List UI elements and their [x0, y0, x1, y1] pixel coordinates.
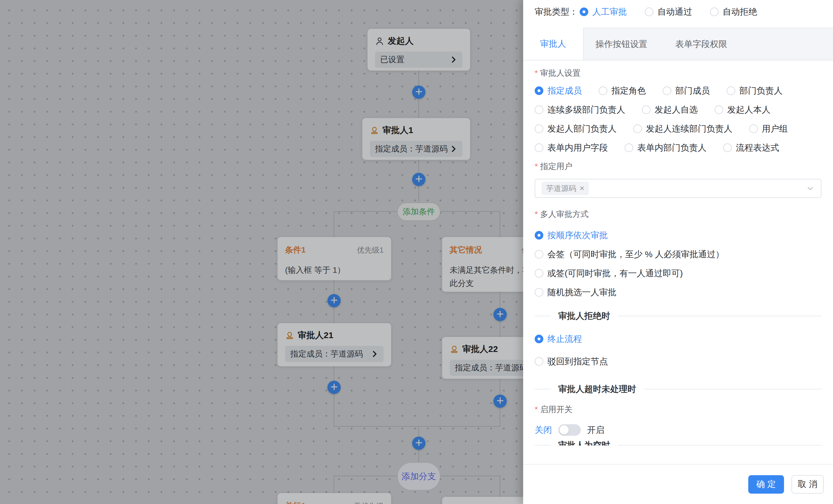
radio-option[interactable]: 发起人部门负责人 [535, 123, 617, 135]
radio-label: 流程表达式 [736, 142, 779, 154]
approve-type-label: 审批类型： [535, 6, 578, 18]
reject-section-divider: 审批人拒绝时 [535, 311, 822, 321]
drawer-scroll-area[interactable]: *审批人设置 指定成员指定角色部门成员部门负责人连续多级部门负责人发起人自选发起… [523, 60, 833, 446]
radio-row: 表单内用户字段表单内部门负责人流程表达式 [535, 143, 822, 153]
canvas-dim-overlay [0, 0, 523, 504]
radio-label: 部门负责人 [739, 85, 783, 97]
approver-setting-label: *审批人设置 [535, 68, 822, 78]
node-settings-drawer: 审批类型： 人工审批自动通过自动拒绝 审批人操作按钮设置表单字段权限 *审批人设… [523, 0, 833, 504]
radio-label: 或签(可同时审批，有一人通过即可) [547, 268, 683, 279]
radio-icon [599, 86, 607, 95]
radio-icon [535, 86, 543, 95]
radio-icon [535, 357, 543, 366]
approver-setting-options: 指定成员指定角色部门成员部门负责人连续多级部门负责人发起人自选发起人本人发起人部… [535, 85, 822, 153]
radio-icon [710, 7, 719, 16]
approve-type-options: 人工审批自动通过自动拒绝 [580, 6, 757, 18]
radio-label: 自动拒绝 [722, 6, 757, 18]
radio-option[interactable]: 表单内部门负责人 [625, 142, 707, 154]
radio-icon [625, 144, 633, 152]
radio-icon [715, 105, 723, 114]
radio-option[interactable]: 随机挑选一人审批 [535, 286, 617, 298]
toggle-switch[interactable] [558, 424, 581, 436]
drawer-footer: 确 定 取 消 [523, 464, 833, 504]
radio-icon [645, 7, 653, 16]
radio-option[interactable]: 连续多级部门负责人 [535, 104, 625, 116]
tag-text: 芋道源码 [546, 183, 576, 194]
tabs-filler [743, 28, 833, 60]
radio-icon [535, 144, 543, 152]
radio-icon [663, 86, 671, 95]
required-asterisk: * [535, 210, 538, 219]
multi-approve-options: 按顺序依次审批会签（可同时审批，至少 % 人必须审批通过）或签(可同时审批，有一… [535, 230, 822, 298]
radio-label: 按顺序依次审批 [547, 229, 608, 241]
radio-icon [727, 86, 735, 95]
radio-label: 发起人本人 [727, 104, 770, 116]
cancel-button[interactable]: 取 消 [791, 475, 824, 494]
radio-label: 发起人连续部门负责人 [646, 123, 732, 135]
radio-option[interactable]: 部门成员 [663, 85, 710, 97]
radio-label: 驳回到指定节点 [547, 356, 608, 368]
enable-switch-label: *启用开关 [535, 405, 822, 414]
switch-off-label: 关闭 [535, 424, 552, 436]
radio-label: 发起人自选 [654, 104, 698, 116]
radio-option[interactable]: 会签（可同时审批，至少 % 人必须审批通过） [535, 249, 724, 260]
radio-option[interactable]: 表单内用户字段 [535, 142, 608, 154]
radio-label: 会签（可同时审批，至少 % 人必须审批通过） [547, 249, 724, 260]
option-row: 会签（可同时审批，至少 % 人必须审批通过） [535, 249, 822, 259]
radio-option[interactable]: 或签(可同时审批，有一人通过即可) [535, 268, 683, 279]
radio-icon [580, 7, 588, 16]
option-row: 或签(可同时审批，有一人通过即可) [535, 268, 822, 278]
radio-option[interactable]: 按顺序依次审批 [535, 229, 608, 241]
radio-option[interactable]: 自动拒绝 [710, 6, 757, 18]
radio-label: 随机挑选一人审批 [547, 286, 617, 298]
radio-icon [535, 231, 543, 240]
option-row: 随机挑选一人审批 [535, 287, 822, 298]
approve-type-row: 审批类型： 人工审批自动通过自动拒绝 [535, 4, 822, 20]
radio-label: 指定成员 [547, 85, 582, 97]
required-asterisk: * [535, 162, 538, 171]
radio-option[interactable]: 终止流程 [535, 333, 582, 345]
radio-option[interactable]: 部门负责人 [727, 85, 783, 97]
enable-switch-row: 关闭 开启 [535, 423, 822, 437]
radio-option[interactable]: 人工审批 [580, 6, 627, 18]
switch-on-label: 开启 [587, 424, 604, 436]
tag-close-icon[interactable]: × [580, 184, 584, 193]
tab-approver[interactable]: 审批人 [523, 28, 584, 60]
radio-option[interactable]: 驳回到指定节点 [535, 356, 608, 368]
radio-row: 指定成员指定角色部门成员部门负责人 [535, 85, 822, 96]
radio-label: 用户组 [762, 123, 788, 135]
tab-form-field-permissions[interactable]: 表单字段权限 [659, 28, 743, 60]
radio-option[interactable]: 指定成员 [535, 85, 582, 97]
radio-option[interactable]: 用户组 [749, 123, 788, 135]
radio-label: 指定角色 [611, 85, 646, 97]
radio-icon [535, 335, 543, 343]
radio-label: 表单内用户字段 [547, 142, 608, 154]
workflow-canvas[interactable]: + + + + + + + 发起人 已设置 审批人1 指定成员：芋道源码 [0, 0, 523, 504]
radio-option[interactable]: 发起人本人 [715, 104, 770, 116]
radio-icon [749, 124, 758, 133]
required-asterisk: * [535, 405, 538, 414]
selected-user-tag: 芋道源码 × [542, 182, 589, 195]
confirm-button[interactable]: 确 定 [748, 475, 784, 494]
required-asterisk: * [535, 69, 538, 77]
empty-approver-section-title: 审批人为空时 [558, 439, 610, 446]
radio-icon [535, 269, 543, 278]
tab-action-buttons[interactable]: 操作按钮设置 [584, 28, 659, 60]
reject-section-title: 审批人拒绝时 [558, 310, 610, 322]
radio-label: 发起人部门负责人 [547, 123, 617, 135]
radio-icon [633, 124, 642, 133]
radio-label: 连续多级部门负责人 [547, 104, 625, 116]
radio-option[interactable]: 发起人自选 [642, 104, 698, 116]
radio-label: 人工审批 [592, 6, 627, 18]
option-row: 终止流程 [535, 334, 822, 344]
radio-option[interactable]: 自动通过 [645, 6, 692, 18]
radio-label: 终止流程 [547, 333, 582, 345]
assign-user-select[interactable]: 芋道源码 × [535, 179, 822, 198]
radio-option[interactable]: 发起人连续部门负责人 [633, 123, 732, 135]
radio-label: 表单内部门负责人 [637, 142, 707, 154]
radio-icon [535, 250, 543, 259]
radio-option[interactable]: 指定角色 [599, 85, 646, 97]
option-row: 按顺序依次审批 [535, 230, 822, 241]
multi-approve-label: *多人审批方式 [535, 209, 822, 219]
radio-option[interactable]: 流程表达式 [723, 142, 779, 154]
